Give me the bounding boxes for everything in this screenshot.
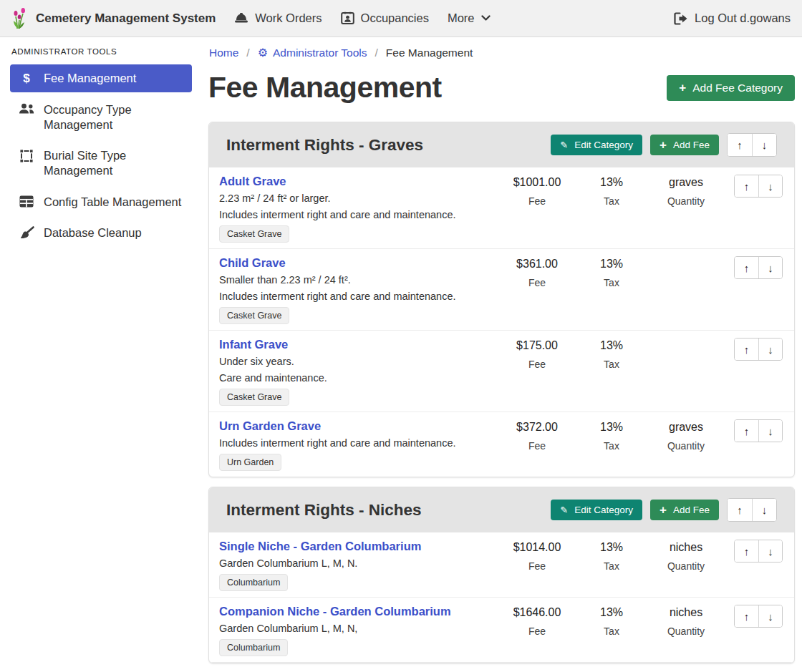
move-category-down-button[interactable]: ↓	[752, 134, 776, 156]
fee-description: Garden Columbarium L, M, N.	[219, 557, 494, 570]
nav-more[interactable]: More	[448, 11, 491, 25]
tax-value: 13%	[574, 339, 649, 352]
tax-label: Tax	[574, 625, 649, 638]
breadcrumb-current: Fee Management	[386, 47, 473, 59]
fee-amount: $1646.00	[500, 605, 574, 619]
tax-label: Tax	[574, 195, 649, 208]
move-fee-up-button[interactable]: ↑	[735, 605, 758, 627]
fee-reorder-group: ↑ ↓	[734, 338, 783, 361]
fee-name-link[interactable]: Companion Niche - Garden Columbarium	[219, 605, 451, 618]
fee-label: Fee	[500, 195, 574, 208]
table-icon	[19, 195, 34, 208]
category-title: Interment Rights - Niches	[226, 501, 551, 520]
breadcrumb-admin-tools-link[interactable]: ⚙ Administrator Tools	[258, 47, 367, 59]
edit-category-button[interactable]: ✎ Edit Category	[551, 500, 642, 520]
fee-label: Fee	[500, 625, 574, 638]
move-fee-down-button[interactable]: ↓	[758, 605, 782, 627]
edit-category-button[interactable]: ✎ Edit Category	[551, 135, 642, 155]
breadcrumb-admin-tools-label: Administrator Tools	[273, 47, 367, 59]
move-fee-down-button[interactable]: ↓	[758, 540, 782, 562]
fee-name-link[interactable]: Child Grave	[219, 256, 286, 270]
fee-reorder-group: ↑ ↓	[734, 256, 783, 279]
fee-name-link[interactable]: Urn Garden Grave	[219, 419, 321, 433]
add-fee-button[interactable]: + Add Fee	[650, 135, 719, 155]
top-navbar: Cemetery Management System Work Orders O…	[0, 0, 802, 37]
fee-name-link[interactable]: Adult Grave	[219, 175, 286, 188]
sidebar-item-database-cleanup[interactable]: Database Cleanup	[10, 219, 192, 247]
move-category-up-button[interactable]: ↑	[728, 134, 752, 156]
nav-occupancies[interactable]: Occupancies	[341, 11, 429, 25]
breadcrumb-separator: /	[375, 47, 378, 59]
fee-description: Garden Columbarium L, M, N,	[219, 623, 494, 635]
breadcrumb-home-link[interactable]: Home	[209, 47, 238, 59]
sidebar-item-config-table-management[interactable]: Config Table Management	[10, 188, 192, 216]
main-content: Home / ⚙ Administrator Tools / Fee Manag…	[200, 37, 802, 672]
fee-type-badge: Casket Grave	[219, 389, 289, 406]
fee-label: Fee	[500, 277, 574, 289]
fee-row-child-grave: Child Grave Smaller than 2.23 m² / 24 ft…	[209, 249, 794, 331]
fee-description: Includes interment right and care and ma…	[219, 209, 494, 221]
quantity-label: Quantity	[649, 195, 723, 208]
plus-icon: +	[660, 505, 667, 515]
move-fee-up-button[interactable]: ↑	[735, 339, 758, 360]
fee-amount: $1014.00	[500, 540, 574, 554]
logout-button[interactable]: Log Out d.gowans	[674, 11, 791, 25]
chevron-down-icon	[481, 15, 491, 21]
fee-category-card-graves: Interment Rights - Graves ✎ Edit Categor…	[208, 122, 795, 477]
fee-label: Fee	[500, 440, 574, 452]
add-fee-category-button[interactable]: + Add Fee Category	[667, 75, 795, 101]
sidebar-heading: ADMINISTRATOR TOOLS	[11, 47, 192, 56]
fee-row-single-niche: Single Niche - Garden Columbarium Garden…	[209, 532, 794, 598]
site-frame-icon	[19, 149, 34, 163]
fee-label: Fee	[500, 359, 574, 371]
fee-type-badge: Columbarium	[219, 574, 288, 591]
category-reorder-group: ↑ ↓	[727, 133, 777, 157]
quantity-value: niches	[649, 605, 723, 619]
fee-row-urn-garden-grave: Urn Garden Grave Includes interment righ…	[209, 412, 794, 477]
move-fee-up-button[interactable]: ↑	[735, 257, 758, 278]
move-fee-down-button[interactable]: ↓	[758, 339, 782, 360]
tax-value: 13%	[574, 605, 649, 619]
move-fee-up-button[interactable]: ↑	[735, 175, 758, 197]
quantity-empty	[649, 256, 723, 257]
move-category-down-button[interactable]: ↓	[752, 499, 776, 521]
app-title: Cemetery Management System	[36, 11, 216, 26]
move-fee-down-button[interactable]: ↓	[758, 257, 782, 278]
fee-name-link[interactable]: Single Niche - Garden Columbarium	[219, 540, 421, 553]
nav-work-orders[interactable]: Work Orders	[234, 11, 322, 25]
move-fee-up-button[interactable]: ↑	[735, 420, 758, 442]
sidebar-item-fee-management[interactable]: $ Fee Management	[10, 64, 192, 92]
fee-name-link[interactable]: Infant Grave	[219, 338, 288, 351]
add-fee-button[interactable]: + Add Fee	[650, 500, 719, 520]
quantity-empty	[649, 338, 723, 339]
app-brand: Cemetery Management System	[11, 8, 216, 29]
tax-value: 13%	[574, 257, 649, 271]
category-header: Interment Rights - Graves ✎ Edit Categor…	[209, 122, 794, 167]
category-header: Interment Rights - Niches ✎ Edit Categor…	[209, 487, 794, 532]
fee-type-badge: Casket Grave	[219, 225, 289, 243]
move-fee-down-button[interactable]: ↓	[758, 175, 782, 197]
move-category-up-button[interactable]: ↑	[728, 499, 752, 521]
sidebar-item-occupancy-type-management[interactable]: Occupancy Type Management	[10, 96, 192, 138]
move-fee-down-button[interactable]: ↓	[758, 420, 782, 442]
fee-reorder-group: ↑ ↓	[734, 605, 783, 628]
quantity-value: graves	[649, 420, 723, 434]
fee-amount: $361.00	[500, 257, 574, 271]
logout-icon	[674, 12, 688, 25]
fee-description: Under six years.	[219, 356, 494, 368]
fee-type-badge: Columbarium	[219, 639, 288, 656]
fee-category-card-niches: Interment Rights - Niches ✎ Edit Categor…	[208, 487, 795, 663]
tax-label: Tax	[574, 440, 649, 452]
hard-hat-icon	[234, 12, 248, 24]
sidebar-item-label: Config Table Management	[44, 195, 181, 210]
quantity-value: niches	[649, 540, 723, 554]
tax-value: 13%	[574, 540, 649, 554]
sidebar-item-burial-site-type-management[interactable]: Burial Site Type Management	[10, 142, 192, 184]
fee-row-infant-grave: Infant Grave Under six years. Care and m…	[209, 331, 794, 412]
move-fee-up-button[interactable]: ↑	[735, 540, 758, 562]
sidebar-item-label: Fee Management	[44, 71, 136, 86]
quantity-value: graves	[649, 175, 723, 189]
category-title: Interment Rights - Graves	[226, 136, 551, 155]
tax-value: 13%	[574, 420, 649, 434]
fee-description: Smaller than 2.23 m² / 24 ft².	[219, 274, 494, 286]
